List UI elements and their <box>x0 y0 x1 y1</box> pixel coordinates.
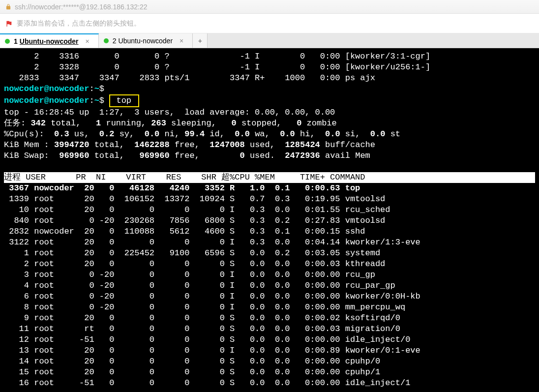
terminal-line: nowcoder@nowcoder:~$ top <box>4 94 535 107</box>
lock-icon <box>5 3 12 10</box>
terminal-line: %Cpu(s): 0.3 us, 0.2 sy, 0.0 ni, 99.4 id… <box>4 129 535 140</box>
hint-text: 要添加当前会话，点击左侧的箭头按钮。 <box>17 19 141 28</box>
process-row: 11 root rt 0 0 0 0 S 0.0 0.0 0:00.03 mig… <box>4 324 535 334</box>
process-row: 6 root 0 -20 0 0 0 I 0.0 0.0 0:00.00 kwo… <box>4 291 535 302</box>
terminal-line: 2833 3347 3347 2833 pts/1 3347 R+ 1000 0… <box>4 73 535 84</box>
process-row: 8 root 0 -20 0 0 0 I 0.0 0.0 0:00.00 mm_… <box>4 302 535 313</box>
process-row: 2 root 20 0 0 0 0 S 0.0 0.0 0:00.03 kthr… <box>4 259 535 270</box>
status-dot-icon <box>104 38 109 43</box>
terminal[interactable]: 2 3316 0 0 ? -1 I 0 0:00 [kworker/3:1-cg… <box>0 48 539 392</box>
terminal-line: 2 3316 0 0 ? -1 I 0 0:00 [kworker/3:1-cg… <box>4 51 535 62</box>
process-row: 3 root 0 -20 0 0 0 I 0.0 0.0 0:00.00 rcu… <box>4 270 535 280</box>
tab-1[interactable]: 1 Ubuntu-nowcoder × <box>0 33 99 48</box>
status-dot-icon <box>5 39 10 44</box>
flag-icon <box>5 20 13 28</box>
address-text: ssh://nowcoder:******@192.168.186.132:22 <box>15 3 148 11</box>
tab-strip: 1 Ubuntu-nowcoder × 2 Ubuntu-nowcoder × … <box>0 33 539 48</box>
highlighted-command: top <box>109 94 139 107</box>
process-row: 840 root 0 -20 230268 7856 6800 S 0.3 0.… <box>4 215 535 226</box>
terminal-line: nowcoder@nowcoder:~$ <box>4 84 535 94</box>
tab-title: Ubuntu-nowcoder <box>119 37 173 45</box>
process-row: 9 root 20 0 0 0 0 S 0.0 0.0 0:00.02 ksof… <box>4 313 535 324</box>
add-tab-button[interactable]: + <box>193 33 208 48</box>
close-icon[interactable]: × <box>180 37 183 45</box>
hint-bar: 要添加当前会话，点击左侧的箭头按钮。 <box>0 14 539 33</box>
process-row: 12 root -51 0 0 0 0 S 0.0 0.0 0:00.00 id… <box>4 334 535 345</box>
process-row: 13 root 20 0 0 0 0 I 0.0 0.0 0:00.89 kwo… <box>4 345 535 356</box>
tab-num: 1 <box>14 37 18 45</box>
process-row: 1 root 20 0 225452 9100 6596 S 0.0 0.2 0… <box>4 248 535 259</box>
process-row: 15 root 20 0 0 0 0 S 0.0 0.0 0:00.00 cpu… <box>4 367 535 378</box>
tab-num: 2 <box>113 37 117 45</box>
process-row: 14 root 20 0 0 0 0 S 0.0 0.0 0:00.00 cpu… <box>4 356 535 367</box>
process-row: 10 root 20 0 0 0 0 I 0.3 0.0 0:01.55 rcu… <box>4 205 535 215</box>
address-bar[interactable]: ssh://nowcoder:******@192.168.186.132:22 <box>0 0 539 14</box>
process-row: 2832 nowcoder 20 0 110088 5612 4600 S 0.… <box>4 226 535 237</box>
close-icon[interactable]: × <box>86 37 90 45</box>
process-row: 3367 nowcoder 20 0 46128 4240 3352 R 1.0… <box>4 183 535 194</box>
terminal-line: top - 16:28:45 up 1:27, 3 users, load av… <box>4 107 535 118</box>
tab-2[interactable]: 2 Ubuntu-nowcoder × <box>99 33 193 48</box>
process-row: 16 root -51 0 0 0 0 S 0.0 0.0 0:00.00 id… <box>4 378 535 389</box>
tab-title: Ubuntu-nowcoder <box>20 37 79 45</box>
process-header: 进程 USER PR NI VIRT RES SHR 超%CPU %MEM TI… <box>4 172 535 183</box>
terminal-line <box>4 161 535 172</box>
terminal-line: 2 3328 0 0 ? -1 I 0 0:00 [kworker/u256:1… <box>4 62 535 73</box>
terminal-line: KiB Swap: 969960 total, 969960 free, 0 u… <box>4 151 535 161</box>
process-row: 4 root 0 -20 0 0 0 I 0.0 0.0 0:00.00 rcu… <box>4 280 535 291</box>
process-row: 3122 root 20 0 0 0 0 I 0.3 0.0 0:04.14 k… <box>4 237 535 248</box>
process-row: 1339 root 20 0 106152 13372 10924 S 0.7 … <box>4 194 535 205</box>
terminal-line: KiB Mem : 3994720 total, 1462288 free, 1… <box>4 140 535 151</box>
terminal-line: 任务: 342 total, 1 running, 263 sleeping, … <box>4 118 535 129</box>
